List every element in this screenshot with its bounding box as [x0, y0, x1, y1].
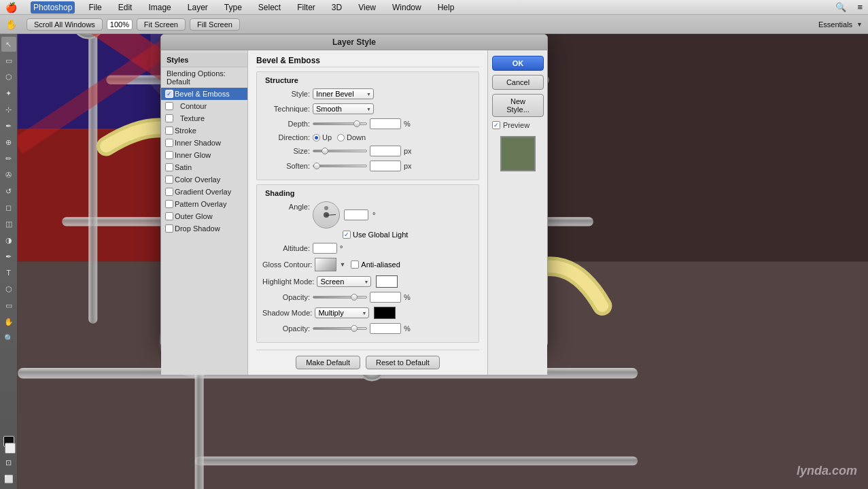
inner-shadow-item[interactable]: Inner Shadow [161, 137, 247, 149]
highlight-opacity-slider[interactable] [313, 296, 367, 299]
eraser-tool[interactable]: ◻ [1, 200, 16, 215]
stroke-item[interactable]: Stroke [161, 124, 247, 137]
gradient-tool[interactable]: ◫ [1, 216, 16, 231]
direction-up-option[interactable]: Up [313, 133, 332, 141]
zoom-percent[interactable]: 100% [107, 19, 133, 30]
menu-edit[interactable]: Edit [116, 1, 135, 14]
highlight-opacity-thumb[interactable] [351, 294, 358, 301]
preview-checkbox[interactable] [492, 121, 500, 129]
drop-shadow-checkbox[interactable] [165, 224, 173, 233]
texture-checkbox[interactable] [165, 114, 173, 122]
gradient-overlay-checkbox[interactable] [165, 188, 173, 196]
menu-photoshop[interactable]: Photoshop [31, 1, 75, 14]
type-tool[interactable]: T [1, 265, 16, 280]
shadow-mode-select[interactable]: Multiply [315, 307, 369, 318]
direction-up-radio[interactable] [313, 134, 320, 141]
reset-default-button[interactable]: Reset to Default [366, 356, 440, 369]
stroke-checkbox[interactable] [165, 127, 173, 135]
color-overlay-item[interactable]: Color Overlay [161, 173, 247, 186]
search-icon[interactable]: 🔍 [835, 2, 846, 12]
contour-item[interactable]: Contour [161, 100, 247, 112]
highlight-mode-select[interactable]: Screen [317, 276, 371, 287]
shadow-color-swatch[interactable] [374, 307, 396, 319]
altitude-input[interactable]: 21 [313, 243, 337, 254]
size-input[interactable]: 5 [370, 146, 401, 156]
pen-tool[interactable]: ✒ [1, 249, 16, 264]
marquee-tool[interactable]: ▭ [1, 53, 16, 68]
direction-down-radio[interactable] [337, 134, 345, 141]
color-overlay-checkbox[interactable] [165, 175, 173, 184]
shadow-opacity-input[interactable]: 75 [370, 323, 401, 334]
satin-item[interactable]: Satin [161, 161, 247, 173]
menu-3d[interactable]: 3D [329, 1, 345, 14]
gloss-contour-preview[interactable] [315, 258, 336, 271]
bevel-emboss-checkbox[interactable] [165, 90, 173, 98]
menu-help[interactable]: Help [435, 1, 457, 14]
crop-tool[interactable]: ⊹ [1, 102, 16, 117]
history-tool[interactable]: ↺ [1, 184, 16, 199]
outer-glow-checkbox[interactable] [165, 212, 173, 220]
dodge-tool[interactable]: ◑ [1, 233, 16, 248]
angle-input[interactable]: 94 [344, 209, 368, 220]
lasso-tool[interactable]: ⬡ [1, 69, 16, 84]
preview-swatch[interactable] [500, 136, 536, 171]
size-slider[interactable] [313, 150, 367, 152]
quick-mask-btn[interactable]: ⊡ [1, 455, 16, 470]
inner-shadow-checkbox[interactable] [165, 139, 173, 147]
menu-type[interactable]: Type [222, 1, 245, 14]
menu-select[interactable]: Select [256, 1, 283, 14]
fill-screen-button[interactable]: Fill Screen [190, 18, 240, 31]
use-global-light-checkbox[interactable] [343, 231, 351, 239]
essentials-dropdown-icon[interactable]: ▼ [856, 21, 863, 28]
menu-file[interactable]: File [86, 1, 104, 14]
menu-image[interactable]: Image [145, 1, 173, 14]
hand-tool[interactable]: ✋ [1, 314, 16, 329]
pattern-overlay-item[interactable]: Pattern Overlay [161, 198, 247, 210]
outer-glow-item[interactable]: Outer Glow [161, 210, 247, 222]
panels-icon[interactable]: ≡ [857, 2, 863, 12]
pattern-overlay-checkbox[interactable] [165, 200, 173, 208]
shape-tool[interactable]: ▭ [1, 298, 16, 313]
ok-button[interactable]: OK [492, 56, 544, 71]
direction-down-option[interactable]: Down [337, 133, 366, 141]
apple-icon[interactable]: 🍎 [5, 2, 17, 13]
path-tool[interactable]: ⬡ [1, 282, 16, 297]
blending-options-item[interactable]: Blending Options: Default [161, 67, 247, 88]
quick-select-tool[interactable]: ✦ [1, 86, 16, 101]
soften-input[interactable]: 0 [370, 161, 401, 171]
contour-checkbox[interactable] [165, 102, 173, 110]
fit-screen-button[interactable]: Fit Screen [137, 18, 186, 31]
heal-tool[interactable]: ⊕ [1, 135, 16, 150]
inner-glow-checkbox[interactable] [165, 151, 173, 159]
menu-view[interactable]: View [355, 1, 379, 14]
make-default-button[interactable]: Make Default [296, 356, 360, 369]
menu-window[interactable]: Window [389, 1, 424, 14]
drop-shadow-item[interactable]: Drop Shadow [161, 222, 247, 235]
menu-filter[interactable]: Filter [294, 1, 318, 14]
satin-checkbox[interactable] [165, 163, 173, 171]
scroll-all-windows-button[interactable]: Scroll All Windows [27, 18, 103, 31]
inner-glow-item[interactable]: Inner Glow [161, 149, 247, 161]
highlight-opacity-input[interactable]: 75 [370, 292, 401, 303]
menu-layer[interactable]: Layer [185, 1, 211, 14]
depth-slider[interactable] [313, 122, 367, 125]
eyedropper-tool[interactable]: ✒ [1, 118, 16, 133]
contour-arrow-icon[interactable]: ▼ [339, 261, 345, 268]
screen-mode-btn[interactable]: ⬜ [1, 471, 16, 486]
style-select[interactable]: Inner Bevel [313, 88, 374, 99]
gradient-overlay-item[interactable]: Gradient Overlay [161, 186, 247, 198]
size-slider-thumb[interactable] [322, 148, 328, 154]
anti-aliased-checkbox[interactable] [351, 260, 359, 269]
highlight-color-swatch[interactable] [376, 275, 398, 288]
soften-slider-thumb[interactable] [313, 163, 320, 169]
shadow-opacity-thumb[interactable] [351, 325, 358, 332]
depth-input[interactable]: 100 [370, 118, 401, 129]
zoom-tool[interactable]: 🔍 [1, 331, 16, 345]
angle-wheel[interactable] [313, 201, 340, 229]
new-style-button[interactable]: New Style... [492, 94, 544, 117]
clone-tool[interactable]: ✇ [1, 167, 16, 182]
background-color-swatch[interactable] [5, 443, 16, 454]
soften-slider[interactable] [313, 165, 367, 167]
cancel-button[interactable]: Cancel [492, 75, 544, 90]
shadow-opacity-slider[interactable] [313, 327, 367, 330]
